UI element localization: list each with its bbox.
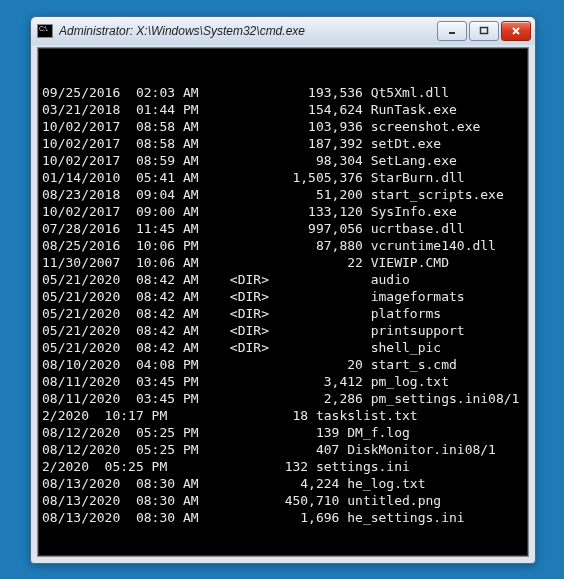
listing-row: 05/21/2020 08:42 AM <DIR> platforms	[42, 305, 524, 322]
listing-row: 08/11/2020 03:45 PM 3,412 pm_log.txt	[42, 373, 524, 390]
listing-row: 10/02/2017 09:00 AM 133,120 SysInfo.exe	[42, 203, 524, 220]
window-controls	[437, 21, 531, 41]
listing-row: 09/25/2016 02:03 AM 193,536 Qt5Xml.dll	[42, 84, 524, 101]
listing-row: 08/23/2018 09:04 AM 51,200 start_scripts…	[42, 186, 524, 203]
console-output[interactable]: 09/25/2016 02:03 AM 193,536 Qt5Xml.dll03…	[37, 47, 529, 557]
cmd-window: C:\. Administrator: X:\Windows\System32\…	[30, 16, 536, 564]
listing-row: 05/21/2020 08:42 AM <DIR> printsupport	[42, 322, 524, 339]
listing-row: 2/2020 10:17 PM 18 taskslist.txt	[42, 407, 524, 424]
listing-row: 08/25/2016 10:06 PM 87,880 vcruntime140.…	[42, 237, 524, 254]
close-button[interactable]	[501, 21, 531, 41]
minimize-button[interactable]	[437, 21, 467, 41]
listing-row: 10/02/2017 08:58 AM 103,936 screenshot.e…	[42, 118, 524, 135]
window-title: Administrator: X:\Windows\System32\cmd.e…	[59, 24, 437, 38]
listing-row: 08/12/2020 05:25 PM 139 DM_f.log	[42, 424, 524, 441]
listing-row: 08/13/2020 08:30 AM 450,710 untitled.png	[42, 492, 524, 509]
listing-row: 05/21/2020 08:42 AM <DIR> audio	[42, 271, 524, 288]
listing-row: 10/02/2017 08:59 AM 98,304 SetLang.exe	[42, 152, 524, 169]
listing-row: 07/28/2016 11:45 AM 997,056 ucrtbase.dll	[42, 220, 524, 237]
listing-row: 03/21/2018 01:44 PM 154,624 RunTask.exe	[42, 101, 524, 118]
listing-row: 05/21/2020 08:42 AM <DIR> shell_pic	[42, 339, 524, 356]
listing-row: 08/11/2020 03:45 PM 2,286 pm_settings.in…	[42, 390, 524, 407]
listing-row: 2/2020 05:25 PM 132 settings.ini	[42, 458, 524, 475]
svg-rect-1	[481, 28, 488, 34]
cmd-icon: C:\.	[37, 24, 53, 38]
directory-listing: 09/25/2016 02:03 AM 193,536 Qt5Xml.dll03…	[42, 84, 524, 526]
maximize-button[interactable]	[469, 21, 499, 41]
titlebar[interactable]: C:\. Administrator: X:\Windows\System32\…	[31, 17, 535, 45]
listing-row: 08/12/2020 05:25 PM 407 DiskMonitor.ini0…	[42, 441, 524, 458]
listing-row: 08/10/2020 04:08 PM 20 start_s.cmd	[42, 356, 524, 373]
listing-row: 08/13/2020 08:30 AM 1,696 he_settings.in…	[42, 509, 524, 526]
listing-row: 08/13/2020 08:30 AM 4,224 he_log.txt	[42, 475, 524, 492]
listing-row: 01/14/2010 05:41 AM 1,505,376 StarBurn.d…	[42, 169, 524, 186]
listing-row: 10/02/2017 08:58 AM 187,392 setDt.exe	[42, 135, 524, 152]
listing-row: 05/21/2020 08:42 AM <DIR> imageformats	[42, 288, 524, 305]
listing-row: 11/30/2007 10:06 AM 22 VIEWIP.CMD	[42, 254, 524, 271]
